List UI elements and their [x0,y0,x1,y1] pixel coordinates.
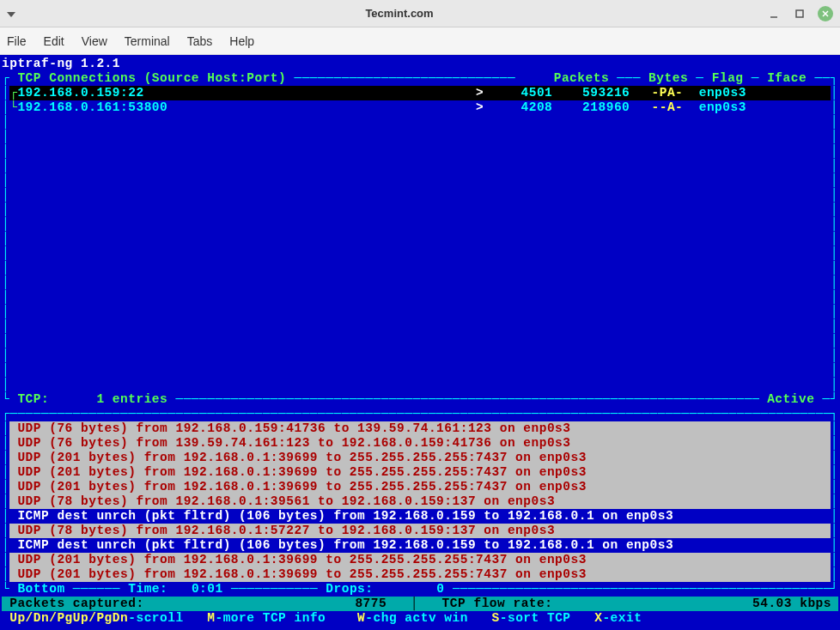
conn-flag: -PA- [630,86,683,100]
tcp-flow-rate-value: 54.03 kbps [735,597,838,611]
help-m-key: M [207,611,215,626]
minimize-icon [769,9,779,19]
help-x-key: X [594,611,602,626]
menu-file[interactable]: File [7,34,27,48]
log-text: UDP (201 bytes) from 192.168.0.1:39699 t… [9,480,831,494]
log-udp-row: │ UDP (201 bytes) from 192.168.0.1:39699… [2,480,838,494]
log-udp-row: │ UDP (78 bytes) from 192.168.0.1:39561 … [2,494,838,509]
log-text: UDP (76 bytes) from 192.168.0.159:41736 … [9,421,831,436]
help-m-label: -more TCP info [215,611,326,626]
log-udp-row: │ UDP (76 bytes) from 139.59.74.161:123 … [2,436,838,451]
header-flag: Flag [704,71,752,86]
bottom-label: Bottom [9,582,73,597]
help-scroll-label: -scroll [128,611,183,626]
log-text: UDP (201 bytes) from 192.168.0.1:39699 t… [9,553,831,567]
help-s-key: S [492,611,500,626]
log-text: UDP (76 bytes) from 139.59.74.161:123 to… [9,436,831,451]
conn-bytes: 218960 [552,100,630,115]
log-udp-row: │ UDP (201 bytes) from 192.168.0.1:39699… [2,553,838,567]
log-text: UDP (201 bytes) from 192.168.0.1:39699 t… [9,465,831,480]
help-s-label: -sort TCP [500,611,571,626]
close-icon [821,9,830,18]
menu-terminal[interactable]: Terminal [125,34,170,48]
tcp-label: TCP: [9,392,49,407]
conn-packets: 4208 [484,100,552,115]
conn-iface: enp0s3 [699,100,746,115]
conn-host: 192.168.0.161:53800 [17,100,476,115]
close-button[interactable] [818,6,833,21]
help-bar: Up/Dn/PgUp/PgDn -scroll M -more TCP info… [2,611,838,626]
conn-host: 192.168.0.159:22 [17,86,476,100]
log-text: UDP (201 bytes) from 192.168.0.1:39699 t… [9,567,831,582]
packet-log: │ UDP (76 bytes) from 192.168.0.159:4173… [2,421,838,582]
window-title: Tecmint.com [33,7,766,20]
tcp-entries: 1 entries [96,392,175,407]
header-title: TCP Connections (Source Host:Port) [9,71,294,86]
header-iface: Iface [759,71,814,86]
conn-dir: > [476,86,484,100]
log-text: UDP (78 bytes) from 192.168.0.1:39561 to… [9,494,831,509]
packets-captured-label: Packets captured: [2,597,144,611]
log-udp-row: │ UDP (76 bytes) from 192.168.0.159:4173… [2,421,838,436]
log-text: ICMP dest unrch (pkt fltrd) (106 bytes) … [9,538,831,553]
svg-rect-1 [796,10,803,17]
time-label: Time: [120,582,167,597]
menu-view[interactable]: View [82,34,107,48]
minimize-button[interactable] [766,6,782,21]
tcp-connection-list: │┌192.168.0.159:22 >4501593216-PA- enp0s… [2,86,838,115]
tcp-flow-rate-label: TCP flow rate: [434,597,552,611]
menubar: File Edit View Terminal Tabs Help [0,27,840,55]
help-x-label: -exit [602,611,642,626]
time-value: 0:01 [192,582,231,597]
conn-packets: 4501 [484,86,552,100]
header-packets: Packets [545,71,617,86]
terminal-output[interactable]: iptraf-ng 1.2.1 ┌ TCP Connections (Sourc… [0,55,840,630]
maximize-button[interactable] [792,6,807,21]
app-version: iptraf-ng 1.2.1 [2,57,838,71]
log-icmp-row: │ ICMP dest unrch (pkt fltrd) (106 bytes… [2,538,838,553]
stats-bar: Packets captured: 8775 │ TCP flow rate: … [2,597,838,611]
log-text: UDP (201 bytes) from 192.168.0.1:39699 t… [9,451,831,465]
tcp-connection-row[interactable]: │┌192.168.0.159:22 >4501593216-PA- enp0s… [2,86,838,100]
menu-tabs[interactable]: Tabs [187,34,213,48]
header-bytes: Bytes [641,71,696,86]
log-icmp-row: │ ICMP dest unrch (pkt fltrd) (106 bytes… [2,509,838,524]
conn-flag: --A- [630,100,683,115]
window-titlebar: Tecmint.com [0,0,840,27]
packets-captured-value: 8775 [326,597,387,611]
titlebar-menu[interactable] [7,7,33,20]
tcp-connection-row[interactable]: │└192.168.0.161:53800 >4208218960--A- en… [2,100,838,115]
menu-edit[interactable]: Edit [44,34,64,48]
tcp-panel-header: ┌ TCP Connections (Source Host:Port) ───… [2,71,838,86]
help-scroll-key: Up/Dn/PgUp/PgDn [2,611,128,626]
help-w-key: W [357,611,365,626]
log-panel-top: ┌ ──────────────────────────────────────… [2,407,838,421]
help-w-label: -chg actv win [365,611,468,626]
conn-bytes: 593216 [552,86,630,100]
menu-help[interactable]: Help [229,34,254,48]
log-udp-row: │ UDP (201 bytes) from 192.168.0.1:39699… [2,567,838,582]
drops-value: 0 [436,582,452,597]
tcp-panel-footer: └ TCP: 1 entries ───────────────────────… [2,392,838,407]
log-text: UDP (78 bytes) from 192.168.0.1:57227 to… [9,524,831,538]
log-panel-bottom: └ Bottom ────── Time: 0:01 ─────────── D… [2,582,838,597]
drops-label: Drops: [318,582,373,597]
maximize-icon [794,9,805,19]
conn-dir: > [476,100,484,115]
log-udp-row: │ UDP (201 bytes) from 192.168.0.1:39699… [2,465,838,480]
log-text: ICMP dest unrch (pkt fltrd) (106 bytes) … [9,509,831,524]
dropdown-icon [7,12,15,17]
tcp-active: Active [759,392,823,407]
conn-iface: enp0s3 [699,86,746,100]
log-udp-row: │ UDP (201 bytes) from 192.168.0.1:39699… [2,451,838,465]
log-udp-row: │ UDP (78 bytes) from 192.168.0.1:57227 … [2,524,838,538]
